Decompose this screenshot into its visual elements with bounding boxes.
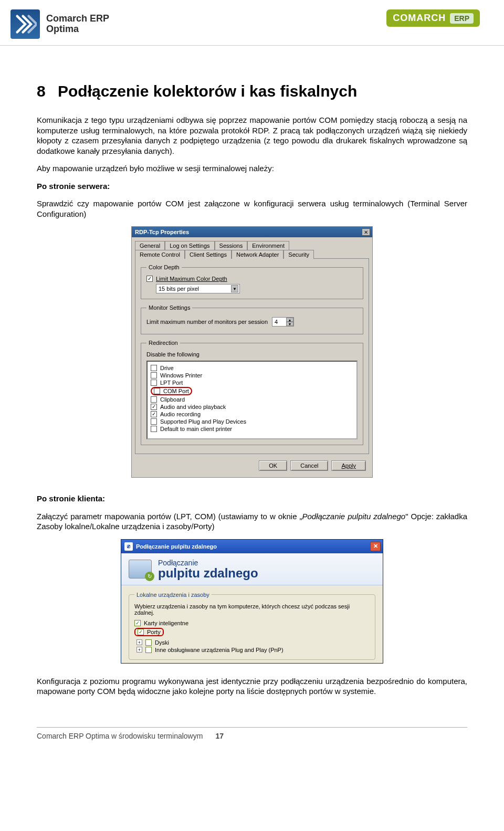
- limit-color-checkbox[interactable]: Limit Maximum Color Depth: [146, 276, 358, 282]
- server-side-label: Po stronie serwera:: [37, 181, 467, 192]
- xp-titlebar[interactable]: ⎚ Podłączanie pulpitu zdalnego ✕: [121, 540, 383, 553]
- sync-icon: ↻: [145, 572, 154, 581]
- xp-banner: ↻ Podłączanie pulpitu zdalnego: [121, 553, 383, 585]
- client-text-a: Załączyć parametr mapowania portów (LPT,…: [37, 512, 302, 521]
- erp-badge: ERP: [450, 13, 474, 24]
- tab-client-settings[interactable]: Client Settings: [185, 250, 232, 259]
- ports-label: Porty: [147, 629, 161, 635]
- group-redirection: Redirection Disable the following DriveW…: [141, 340, 363, 445]
- redir-item[interactable]: Default to main client printer: [151, 426, 354, 432]
- logo-right: COMARCH ERP: [386, 9, 480, 27]
- heading-title: Podłączenie kolektorów i kas fiskalnych: [58, 82, 357, 100]
- tab-security[interactable]: Security: [284, 250, 314, 259]
- monitor-spinner[interactable]: 4 ▲▼: [272, 317, 294, 327]
- group-local-legend: Lokalne urządzenia i zasoby: [134, 592, 212, 598]
- redir-item[interactable]: Drive: [151, 365, 354, 371]
- group-monitor-legend: Monitor Settings: [146, 304, 192, 311]
- redir-item[interactable]: Audio and video playback: [151, 404, 354, 410]
- tab-sessions[interactable]: Sessions: [215, 241, 248, 250]
- group-color-legend: Color Depth: [146, 264, 182, 270]
- page-number: 17: [215, 732, 224, 740]
- checkbox-icon: [151, 426, 157, 432]
- dialog-titlebar[interactable]: RDP-Tcp Properties ✕: [132, 227, 372, 237]
- paragraph-bottom: Konfiguracja z poziomu programu wykonywa…: [37, 676, 467, 697]
- redir-item-label: Clipboard: [160, 396, 185, 403]
- tab-general[interactable]: General: [135, 241, 165, 250]
- group-redir-legend: Redirection: [146, 340, 180, 346]
- tree-row-pnp[interactable]: + Inne obsługiwane urządzenia Plug and P…: [136, 647, 370, 653]
- redir-item[interactable]: LPT Port: [151, 380, 354, 386]
- tree-row-disks[interactable]: + Dyski: [136, 639, 370, 646]
- checkbox-icon: [151, 380, 157, 386]
- tab-environment[interactable]: Environment: [247, 241, 289, 250]
- page-header: Comarch ERP Optima COMARCH ERP: [0, 0, 504, 46]
- apply-button[interactable]: Apply: [331, 460, 366, 471]
- checkbox-icon: [134, 620, 141, 626]
- logo-text: Comarch ERP Optima: [46, 14, 109, 35]
- checkbox-icon[interactable]: [145, 639, 152, 646]
- limit-color-label: Limit Maximum Color Depth: [156, 276, 227, 282]
- section-heading: 8 Podłączenie kolektorów i kas fiskalnyc…: [37, 82, 467, 100]
- redirection-list[interactable]: DriveWindows PrinterLPT PortCOM PortClip…: [146, 361, 358, 439]
- xp-body: Lokalne urządzenia i zasoby Wybierz urzą…: [121, 585, 383, 663]
- monitor-icon: ↻: [129, 560, 152, 578]
- expand-icon[interactable]: +: [136, 647, 142, 653]
- close-icon[interactable]: ✕: [362, 228, 370, 236]
- smartcards-checkbox[interactable]: Karty inteligentne: [134, 620, 370, 626]
- checkbox-icon: [154, 388, 160, 394]
- tabs-row-2: Remote Control Client Settings Network A…: [135, 249, 369, 258]
- logo-line1: Comarch ERP: [46, 14, 109, 24]
- monitor-value: 4: [275, 319, 286, 325]
- ports-checkbox[interactable]: Porty: [134, 628, 370, 636]
- redir-item[interactable]: COM Port: [151, 387, 354, 395]
- group-local-devices: Lokalne urządzenia i zasoby Wybierz urzą…: [129, 592, 375, 660]
- checkbox-icon: [138, 629, 144, 635]
- redir-item-label: LPT Port: [160, 380, 183, 386]
- spinner-down-icon[interactable]: ▼: [286, 322, 293, 326]
- redir-item-label: Windows Printer: [160, 372, 202, 378]
- tab-network-adapter[interactable]: Network Adapter: [232, 250, 284, 259]
- tab-remote-control[interactable]: Remote Control: [135, 250, 185, 259]
- spinner-up-icon[interactable]: ▲: [286, 318, 293, 322]
- footer-text: Comarch ERP Optima w środowisku terminal…: [37, 732, 203, 740]
- tree-pnp-label: Inne obsługiwane urządzenia Plug and Pla…: [155, 647, 284, 653]
- redir-item-label: Default to main client printer: [160, 426, 232, 432]
- smartcards-label: Karty inteligentne: [144, 620, 188, 626]
- ok-button[interactable]: OK: [259, 460, 287, 471]
- xp-title: Podłączanie pulpitu zdalnego: [136, 543, 217, 550]
- redir-item[interactable]: Audio recording: [151, 411, 354, 417]
- group-color-depth: Color Depth Limit Maximum Color Depth 15…: [141, 264, 363, 299]
- dialog-buttons: OK Cancel Apply: [135, 457, 369, 474]
- logo-left: Comarch ERP Optima: [10, 9, 109, 39]
- redir-item[interactable]: Supported Plug and Play Devices: [151, 418, 354, 425]
- device-tree: + Dyski + Inne obsługiwane urządzenia Pl…: [134, 639, 370, 653]
- redir-item[interactable]: Clipboard: [151, 396, 354, 403]
- expand-icon[interactable]: +: [136, 639, 142, 645]
- client-text-italic: Podłączanie pulpitu zdalnego: [302, 512, 405, 521]
- checkbox-icon[interactable]: [145, 647, 152, 653]
- checkbox-icon: [151, 365, 157, 371]
- dialog-title: RDP-Tcp Properties: [135, 229, 189, 235]
- heading-number: 8: [37, 82, 48, 100]
- color-depth-select[interactable]: 15 bits per pixel ▼: [156, 284, 240, 293]
- checkbox-icon: [146, 276, 153, 282]
- paragraph-2: Aby mapowanie urządzeń było możliwe w se…: [37, 163, 467, 174]
- redir-item-label: Audio and video playback: [160, 404, 226, 410]
- page-footer: Comarch ERP Optima w środowisku terminal…: [37, 727, 467, 751]
- banner-line2: pulpitu zdalnego: [158, 567, 258, 580]
- redir-item-label: Audio recording: [160, 411, 201, 417]
- dialog-panel: Color Depth Limit Maximum Color Depth 15…: [135, 258, 369, 454]
- close-icon[interactable]: ✕: [370, 542, 381, 551]
- color-depth-value: 15 bits per pixel: [159, 286, 199, 292]
- checkbox-icon: [151, 372, 157, 378]
- client-side-text: Załączyć parametr mapowania portów (LPT,…: [37, 511, 467, 532]
- checkbox-icon: [151, 411, 157, 417]
- cancel-button[interactable]: Cancel: [290, 460, 328, 471]
- redir-item[interactable]: Windows Printer: [151, 372, 354, 378]
- checkbox-icon: [151, 418, 157, 425]
- server-side-text: Sprawdzić czy mapowanie portów COM jest …: [37, 198, 467, 219]
- checkbox-icon: [151, 396, 157, 403]
- group-desc: Wybierz urządzenia i zasoby na tym kompu…: [134, 603, 370, 616]
- tab-logon[interactable]: Log on Settings: [165, 241, 214, 250]
- app-icon: ⎚: [124, 542, 133, 551]
